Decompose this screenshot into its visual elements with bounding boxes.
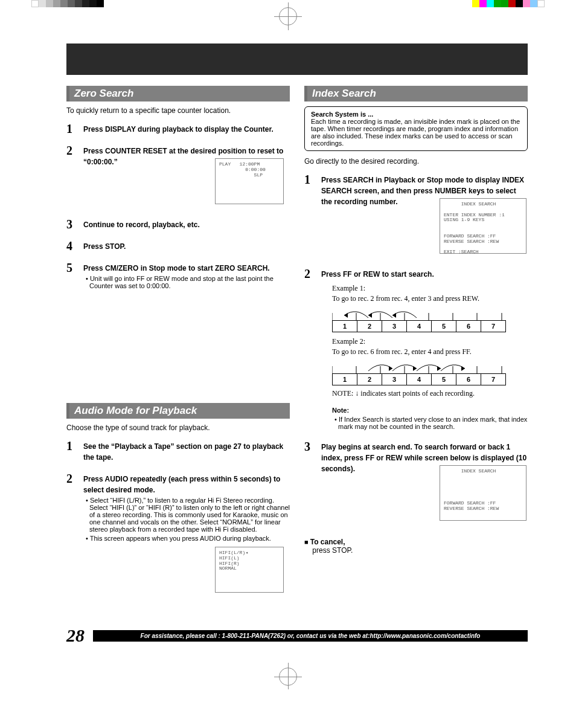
section-index-search: Index Search — [304, 86, 528, 101]
search-system-box: Search System is ... Each time a recordi… — [304, 106, 528, 151]
color-bar-cmyk — [472, 0, 545, 7]
zero-step-3: 3 Continue to record, playback, etc. — [66, 219, 290, 230]
index-steps: 1 Press SEARCH in Playback or Stop mode … — [304, 174, 528, 524]
zero-step-5: 5 Press CM/ZERO in Stop mode to start ZE… — [66, 262, 290, 289]
index-note: Note: If Index Search is started very cl… — [332, 407, 528, 430]
registration-mark-icon — [279, 7, 297, 25]
zero-step-2: 2 Press COUNTER RESET at the desired pos… — [66, 145, 290, 208]
svg-marker-10 — [344, 313, 348, 318]
section-audio-mode: Audio Mode for Playback — [66, 403, 290, 419]
registration-mark-icon — [279, 668, 297, 686]
index-step-1: 1 Press SEARCH in Playback or Stop mode … — [304, 174, 528, 257]
zero-step-4: 4 Press STOP. — [66, 240, 290, 251]
svg-marker-21 — [437, 366, 441, 371]
svg-marker-20 — [413, 366, 417, 371]
ff-arc-diagram — [332, 360, 502, 373]
svg-marker-9 — [368, 313, 372, 318]
page-number: 28 — [66, 625, 85, 646]
zero-intro: To quickly return to a specific tape cou… — [66, 106, 290, 115]
index-intro: Go directly to the desired recording. — [304, 157, 528, 166]
search-box-title: Search System is ... — [311, 111, 373, 118]
chapter-banner — [66, 43, 528, 75]
search-box-body: Each time a recording is made, an invisi… — [311, 118, 520, 147]
recording-row-2: 1 2 3 4 5 6 7 — [332, 373, 528, 385]
zero-steps: 1 Press DISPLAY during playback to displ… — [66, 123, 290, 289]
svg-marker-8 — [392, 313, 396, 318]
cancel-block: ■ To cancel, press STOP. — [304, 538, 528, 555]
svg-marker-19 — [389, 366, 392, 371]
crop-marks-bottom — [7, 660, 569, 689]
osd-audio-screen: HIFI(L/R)◂ HIFI(L) HIFI(R) NORMAL — [215, 547, 284, 593]
osd-counter-screen: PLAY 12:00PM 0:00:00 SLP — [215, 158, 284, 204]
square-bullet-icon: ■ — [304, 538, 310, 546]
index-footnote: NOTE: ↓ indicates start points of each r… — [332, 389, 528, 398]
crop-marks-top — [7, 0, 569, 29]
recording-row-1: 1 2 3 4 5 6 7 — [332, 320, 528, 332]
audio-intro: Choose the type of sound track for playb… — [66, 424, 290, 432]
color-bar-grayscale — [31, 0, 104, 7]
osd-index-continue-screen: INDEX SEARCH FORWARD SEARCH :FF REVERSE … — [440, 465, 526, 521]
section-zero-search: Zero Search — [66, 86, 290, 101]
index-example-1: Example 1: To go to rec. 2 from rec. 4, … — [332, 284, 528, 332]
index-step-2: 2 Press FF or REW to start search. Examp… — [304, 268, 528, 430]
assistance-bar: For assistance, please call : 1-800-211-… — [93, 630, 528, 642]
svg-marker-22 — [461, 366, 465, 371]
zero-step-1: 1 Press DISPLAY during playback to displ… — [66, 123, 290, 134]
audio-step-1: 1 See the “Playback a Tape” section on p… — [66, 440, 290, 462]
page-footer: 28 For assistance, please call : 1-800-2… — [66, 625, 528, 646]
page-body: Zero Search To quickly return to a speci… — [48, 43, 528, 646]
audio-steps: 1 See the “Playback a Tape” section on p… — [66, 440, 290, 596]
index-step-3: 3 Play begins at search end. To search f… — [304, 441, 528, 524]
osd-index-search-screen: INDEX SEARCH ENTER INDEX NUMBER :1 USING… — [440, 198, 526, 254]
left-column: Zero Search To quickly return to a speci… — [66, 86, 290, 607]
right-column: Index Search Search System is ... Each t… — [304, 86, 528, 607]
audio-step-2: 2 Press AUDIO repeatedly (each press wit… — [66, 473, 290, 596]
rew-arc-diagram — [332, 307, 502, 320]
index-example-2: Example 2: To go to rec. 6 from rec. 2, … — [332, 337, 528, 398]
